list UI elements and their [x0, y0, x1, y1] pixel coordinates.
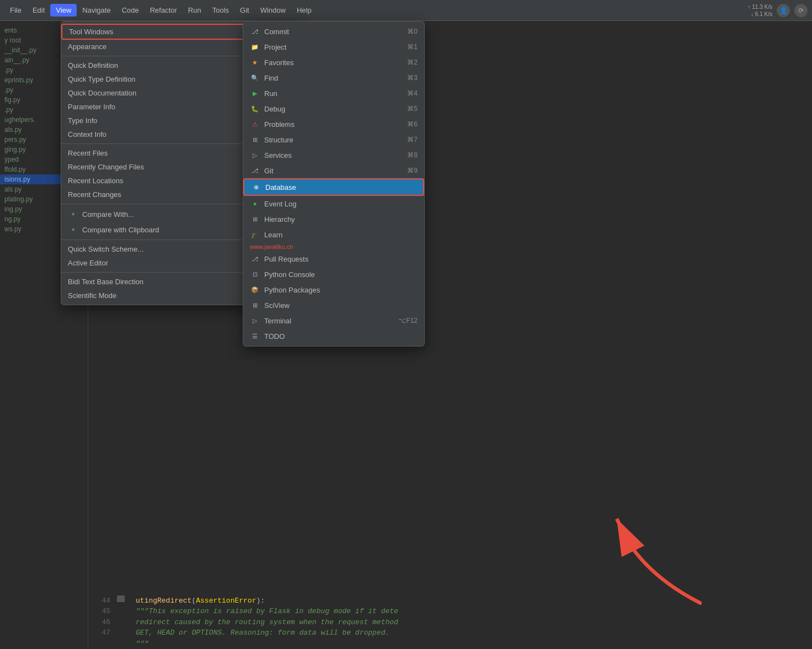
find-shortcut: ⌘3 — [407, 74, 418, 82]
submenu-project[interactable]: 📁 Project ⌘1 — [243, 39, 424, 55]
line-num-46: 46 — [97, 617, 110, 628]
submenu-favorites[interactable]: ★ Favorites ⌘2 — [243, 55, 424, 70]
sciview-label: SciView — [264, 301, 418, 310]
git-label: Git — [264, 167, 407, 175]
line-num-blank — [97, 639, 110, 650]
event-log-icon: ● — [250, 199, 260, 209]
favorites-label: Favorites — [264, 58, 407, 67]
network-stats: ↑ 11.3 K/s ↓ 6.1 K/s — [748, 3, 772, 18]
submenu-database[interactable]: ⊕ Database — [243, 178, 424, 196]
line-num-44: 44 — [97, 595, 110, 607]
network-down: ↓ 6.1 K/s — [751, 10, 772, 18]
database-icon: ⊕ — [251, 182, 261, 192]
menu-navigate[interactable]: Navigate — [77, 4, 116, 17]
network-up: ↑ 11.3 K/s — [748, 3, 772, 10]
tool-windows-submenu[interactable]: ⎇ Commit ⌘0 📁 Project ⌘1 ★ Favorites ⌘2 … — [243, 21, 425, 347]
code-bottom-1: utingRedirect(AssertionError): — [136, 595, 265, 607]
commit-shortcut: ⌘0 — [407, 28, 418, 35]
find-label: Find — [264, 74, 407, 82]
todo-label: TODO — [264, 332, 418, 341]
submenu-services[interactable]: ▷ Services ⌘8 — [243, 147, 424, 163]
submenu-python-console[interactable]: ⊡ Python Console — [243, 267, 424, 282]
submenu-event-log[interactable]: ● Event Log — [243, 196, 424, 211]
project-label: Project — [264, 43, 407, 51]
debug-shortcut: ⌘5 — [407, 105, 418, 113]
menubar-right: ↑ 11.3 K/s ↓ 6.1 K/s 👤 ⟳ — [748, 3, 808, 18]
debug-icon: 🐛 — [250, 104, 260, 114]
menu-run[interactable]: Run — [183, 4, 207, 17]
submenu-structure[interactable]: ⊞ Structure ⌘7 — [243, 132, 424, 147]
sciview-icon: ⊞ — [250, 300, 260, 310]
line-num-45: 45 — [97, 606, 110, 617]
submenu-learn[interactable]: 🎓 Learn — [243, 227, 424, 242]
terminal-shortcut: ⌥F12 — [398, 317, 418, 324]
todo-icon: ☰ — [250, 331, 260, 341]
code-bottom-2: """This exception is raised by Flask in … — [136, 606, 398, 617]
submenu-sciview[interactable]: ⊞ SciView — [243, 297, 424, 313]
menu-tools[interactable]: Tools — [207, 4, 234, 17]
menu-window[interactable]: Window — [255, 4, 291, 17]
menu-help[interactable]: Help — [291, 4, 317, 17]
compare-with-icon: ✦ — [68, 209, 78, 219]
services-shortcut: ⌘8 — [407, 151, 418, 159]
submenu-hierarchy[interactable]: ⊞ Hierarchy — [243, 211, 424, 227]
submenu-pull-requests[interactable]: ⎇ Pull Requests — [243, 251, 424, 267]
database-label: Database — [265, 183, 416, 191]
commit-label: Commit — [264, 28, 407, 36]
git-icon: ⎇ — [250, 166, 260, 175]
learn-label: Learn — [264, 231, 418, 239]
pull-requests-label: Pull Requests — [264, 255, 418, 263]
hierarchy-icon: ⊞ — [250, 214, 260, 224]
line-num-47: 47 — [97, 627, 110, 639]
run-shortcut: ⌘4 — [407, 89, 418, 97]
menu-edit[interactable]: Edit — [27, 4, 50, 17]
problems-icon: ⚠ — [250, 119, 260, 129]
structure-icon: ⊞ — [250, 135, 260, 145]
project-icon: 📁 — [250, 42, 260, 52]
menubar: File Edit View Navigate Code Refactor Ru… — [0, 0, 812, 21]
structure-label: Structure — [264, 136, 407, 144]
submenu-python-packages[interactable]: 📦 Python Packages — [243, 282, 424, 297]
submenu-find[interactable]: 🔍 Find ⌘3 — [243, 70, 424, 86]
submenu-debug[interactable]: 🐛 Debug ⌘5 — [243, 101, 424, 116]
submenu-terminal[interactable]: ▷ Terminal ⌥F12 — [243, 313, 424, 328]
favorites-shortcut: ⌘2 — [407, 58, 418, 66]
python-console-label: Python Console — [264, 270, 418, 279]
code-bottom-3: redirect caused by the routing system wh… — [136, 617, 398, 628]
compare-clipboard-icon: ✦ — [68, 225, 78, 235]
python-console-icon: ⊡ — [250, 269, 260, 279]
submenu-todo[interactable]: ☰ TODO — [243, 328, 424, 344]
hierarchy-label: Hierarchy — [264, 215, 418, 224]
submenu-problems[interactable]: ⚠ Problems ⌘6 — [243, 116, 424, 132]
watermark: www.javatiku.cn — [243, 242, 424, 251]
menu-refactor[interactable]: Refactor — [145, 4, 183, 17]
debug-label: Debug — [264, 105, 407, 113]
code-bottom-4: GET, HEAD or OPTIONS. Reasoning: form da… — [136, 627, 389, 639]
favorites-icon: ★ — [250, 57, 260, 67]
run-icon: ▶ — [250, 88, 260, 98]
menu-git[interactable]: Git — [234, 4, 255, 17]
user-avatar[interactable]: 👤 — [777, 4, 790, 17]
problems-label: Problems — [264, 120, 407, 129]
git-shortcut: ⌘9 — [407, 167, 418, 174]
problems-shortcut: ⌘6 — [407, 120, 418, 128]
menu-code[interactable]: Code — [116, 4, 145, 17]
menu-view[interactable]: View — [50, 4, 77, 17]
event-log-label: Event Log — [264, 200, 418, 208]
menu-file[interactable]: File — [4, 4, 27, 17]
terminal-icon: ▷ — [250, 316, 260, 326]
services-icon: ▷ — [250, 150, 260, 160]
submenu-commit[interactable]: ⎇ Commit ⌘0 — [243, 24, 424, 39]
pull-requests-icon: ⎇ — [250, 254, 260, 264]
project-shortcut: ⌘1 — [407, 43, 418, 51]
terminal-label: Terminal — [264, 317, 398, 325]
structure-shortcut: ⌘7 — [407, 136, 418, 143]
submenu-run[interactable]: ▶ Run ⌘4 — [243, 86, 424, 101]
sync-icon[interactable]: ⟳ — [794, 4, 808, 17]
services-label: Services — [264, 151, 407, 159]
submenu-git[interactable]: ⎇ Git ⌘9 — [243, 163, 424, 178]
find-icon: 🔍 — [250, 73, 260, 83]
code-bottom-5: """ — [136, 639, 148, 650]
python-packages-icon: 📦 — [250, 285, 260, 295]
bottom-code-area: 44utingRedirect(AssertionError): 45"""Th… — [97, 595, 803, 650]
